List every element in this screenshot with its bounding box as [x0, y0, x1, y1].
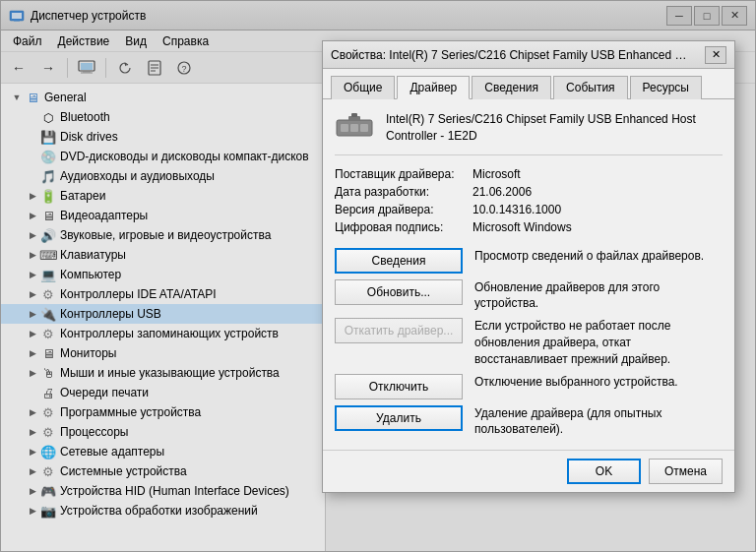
- action-remove: Удалить Удаление драйвера (для опытных п…: [335, 405, 723, 439]
- action-details: Сведения Просмотр сведений о файлах драй…: [335, 248, 723, 274]
- rollback-button[interactable]: Откатить драйвер...: [335, 318, 463, 343]
- dialog-close-button[interactable]: ✕: [705, 46, 726, 64]
- update-button[interactable]: Обновить...: [335, 279, 463, 305]
- date-value: 21.06.2006: [472, 185, 532, 199]
- svg-rect-15: [341, 124, 348, 132]
- details-desc: Просмотр сведений о файлах драйверов.: [474, 248, 723, 265]
- tab-details[interactable]: Сведения: [472, 76, 551, 99]
- tab-general[interactable]: Общие: [331, 76, 395, 99]
- disable-desc: Отключение выбранного устройства.: [474, 374, 723, 391]
- update-desc: Обновление драйверов для этого устройств…: [474, 279, 723, 313]
- main-window: Диспетчер устройств ─ □ ✕ Файл Действие …: [0, 0, 756, 552]
- prop-provider: Поставщик драйвера: Microsoft: [335, 167, 723, 181]
- tab-driver[interactable]: Драйвер: [397, 76, 470, 99]
- remove-button[interactable]: Удалить: [335, 405, 463, 431]
- device-name: Intel(R) 7 Series/C216 Chipset Family US…: [386, 111, 723, 145]
- driver-header: Intel(R) 7 Series/C216 Chipset Family US…: [335, 111, 723, 155]
- remove-desc: Удаление драйвера (для опытных пользоват…: [474, 405, 723, 439]
- version-label: Версия драйвера:: [335, 203, 472, 216]
- tab-events[interactable]: События: [553, 76, 628, 99]
- disable-button[interactable]: Отключить: [335, 374, 463, 399]
- rollback-desc: Если устройство не работает после обновл…: [474, 318, 723, 367]
- signature-label: Цифровая подпись:: [335, 220, 472, 234]
- prop-version: Версия драйвера: 10.0.14316.1000: [335, 203, 723, 216]
- details-button[interactable]: Сведения: [335, 248, 463, 274]
- usb-controller-icon: [335, 112, 374, 142]
- provider-value: Microsoft: [472, 167, 521, 181]
- tab-bar: Общие Драйвер Сведения События Ресурсы: [323, 69, 734, 99]
- dialog-content: Intel(R) 7 Series/C216 Chipset Family US…: [323, 99, 734, 450]
- provider-label: Поставщик драйвера:: [335, 167, 472, 181]
- tab-resources[interactable]: Ресурсы: [630, 76, 702, 99]
- driver-properties: Поставщик драйвера: Microsoft Дата разра…: [335, 167, 723, 234]
- action-update: Обновить... Обновление драйверов для это…: [335, 279, 723, 313]
- prop-signature: Цифровая подпись: Microsoft Windows: [335, 220, 723, 234]
- dialog-title: Свойства: Intel(R) 7 Series/C216 Chipset…: [331, 48, 695, 62]
- action-rollback: Откатить драйвер... Если устройство не р…: [335, 318, 723, 367]
- properties-dialog: Свойства: Intel(R) 7 Series/C216 Chipset…: [322, 40, 735, 493]
- svg-rect-16: [350, 124, 358, 132]
- cancel-button[interactable]: Отмена: [649, 459, 723, 484]
- device-icon-container: [335, 111, 374, 143]
- prop-date: Дата разработки: 21.06.2006: [335, 185, 723, 199]
- dialog-title-bar: Свойства: Intel(R) 7 Series/C216 Chipset…: [323, 41, 734, 69]
- svg-rect-17: [360, 124, 368, 132]
- ok-button[interactable]: OK: [567, 459, 641, 484]
- modal-overlay: Свойства: Intel(R) 7 Series/C216 Chipset…: [1, 1, 755, 551]
- version-value: 10.0.14316.1000: [472, 203, 561, 216]
- dialog-footer: OK Отмена: [323, 450, 734, 492]
- signature-value: Microsoft Windows: [472, 220, 572, 234]
- svg-rect-19: [351, 113, 357, 117]
- action-disable: Отключить Отключение выбранного устройст…: [335, 374, 723, 399]
- date-label: Дата разработки:: [335, 185, 472, 199]
- driver-actions: Сведения Просмотр сведений о файлах драй…: [335, 248, 723, 439]
